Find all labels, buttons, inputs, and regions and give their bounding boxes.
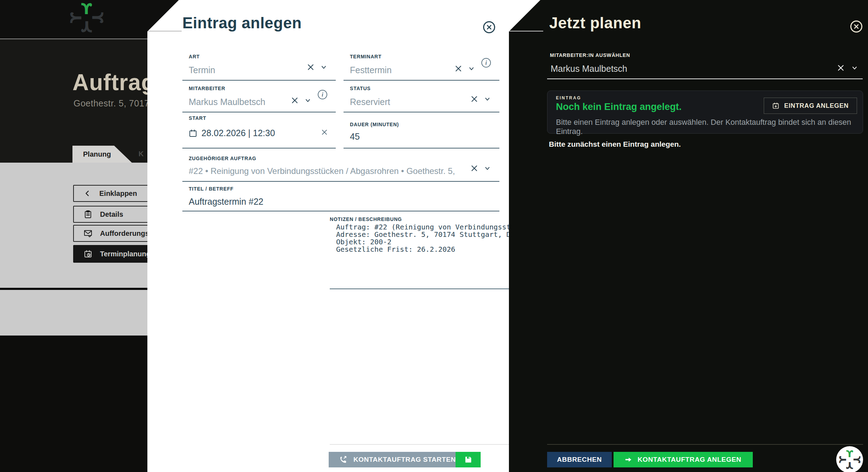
phone-outgoing-icon <box>339 455 348 464</box>
entry-card-headline: Noch kein Eintrag angelegt. <box>556 101 682 112</box>
create-contact-order-button[interactable]: KONTAKTAUFTRAG ANLEGEN <box>614 452 753 467</box>
field-mitarbeiter-value[interactable]: Markus Maulbetsch <box>189 97 265 107</box>
field-titel[interactable]: TITEL / BETREFF Auftragstermin #22 <box>182 186 499 211</box>
create-contact-order-label: KONTAKTAUFTRAG ANLEGEN <box>638 456 741 464</box>
chevron-down-icon[interactable] <box>484 165 491 172</box>
info-icon[interactable]: i <box>481 58 491 68</box>
field-art[interactable]: ART Termin <box>182 54 336 82</box>
envelope-check-icon <box>84 229 92 238</box>
sidebar-item-label: Details <box>100 210 123 218</box>
cancel-label: ABBRECHEN <box>557 456 602 464</box>
save-icon <box>464 456 472 464</box>
calendar-icon <box>189 129 197 138</box>
clear-icon[interactable] <box>471 165 477 171</box>
field-start[interactable]: START 28.02.2026 | 12:30 <box>182 115 336 148</box>
arrow-right-icon <box>625 456 632 463</box>
clear-icon[interactable] <box>471 96 477 102</box>
save-button[interactable] <box>456 452 481 467</box>
field-mitarbeiter[interactable]: MITARBEITER Markus Maulbetsch i <box>182 86 336 114</box>
field-underline <box>547 78 863 79</box>
entry-dialog: Eintrag anlegen ART Termin TERMINART Fes… <box>147 0 541 472</box>
calendar-clock-icon <box>84 250 92 258</box>
sidebar-item-label: Terminplanung <box>100 250 151 258</box>
field-dauer-label: DAUER (MINUTEN) <box>344 122 499 127</box>
field-mitarbeiter-label: MITARBEITER <box>182 86 336 91</box>
chevron-down-icon[interactable] <box>851 64 858 71</box>
footer-divider <box>547 444 863 445</box>
entry-card-label: EINTRAG <box>556 95 581 100</box>
field-art-label: ART <box>182 54 336 59</box>
entry-card-description: Bitte einen Eintrag anlegen oder auswähl… <box>556 118 863 136</box>
field-status-label: STATUS <box>344 86 499 91</box>
field-titel-value[interactable]: Auftragstermin #22 <box>189 197 263 207</box>
field-notizen-label: NOTIZEN / BESCHREIBUNG <box>330 216 402 222</box>
plan-dialog: Jetzt planen MITARBEITER:IN AUSWÄHLEN Ma… <box>509 0 868 472</box>
sidebar-item-label: Einklappen <box>99 190 137 198</box>
info-icon[interactable]: i <box>318 90 327 99</box>
clear-icon[interactable] <box>322 129 327 135</box>
plan-dialog-title: Jetzt planen <box>549 14 641 32</box>
page-title: Auftrag <box>72 69 156 95</box>
panel-corner-accent <box>509 31 543 31</box>
employee-select-value[interactable]: Markus Maulbetsch <box>551 64 627 74</box>
tab-partial[interactable]: K <box>139 150 143 158</box>
calendar-plus-icon <box>772 102 779 109</box>
clipboard-icon <box>84 210 92 218</box>
field-start-value[interactable]: 28.02.2026 | 12:30 <box>201 128 275 138</box>
panel-corner-accent <box>147 31 182 31</box>
close-icon[interactable] <box>483 21 495 33</box>
field-art-value[interactable]: Termin <box>189 65 215 75</box>
clover-logo-icon: ϒ ϒ ϒ ϒ <box>72 3 101 33</box>
field-titel-label: TITEL / BETREFF <box>182 186 499 192</box>
field-dauer[interactable]: DAUER (MINUTEN) 45 <box>344 122 499 148</box>
cancel-button[interactable]: ABBRECHEN <box>547 452 612 467</box>
start-contact-order-button[interactable]: KONTAKTAUFTRAG STARTEN <box>329 452 467 467</box>
close-icon[interactable] <box>850 21 862 33</box>
clover-logo-icon: ϒ ϒ ϒ ϒ <box>840 450 860 470</box>
chevron-down-icon[interactable] <box>320 64 327 71</box>
start-contact-order-label: KONTAKTAUFTRAG STARTEN <box>353 456 456 464</box>
chevron-left-icon <box>84 190 92 197</box>
field-terminart-value[interactable]: Festtermin <box>350 65 392 75</box>
field-status-value[interactable]: Reserviert <box>350 97 390 107</box>
field-auftrag-label: ZUGEHÖRIGER AUFTRAG <box>182 156 499 161</box>
field-start-label: START <box>182 115 336 121</box>
field-dauer-value[interactable]: 45 <box>350 132 360 142</box>
clear-icon[interactable] <box>307 64 314 70</box>
field-auftrag[interactable]: ZUGEHÖRIGER AUFTRAG #22 • Reinigung von … <box>182 156 499 181</box>
entry-dialog-title: Eintrag anlegen <box>182 14 302 32</box>
field-terminart[interactable]: TERMINART Festtermin i <box>344 54 499 82</box>
create-entry-button[interactable]: EINTRAG ANLEGEN <box>764 98 857 114</box>
brand-badge[interactable]: ϒ ϒ ϒ ϒ <box>836 446 863 472</box>
clear-icon[interactable] <box>838 65 844 71</box>
clear-icon[interactable] <box>292 97 298 104</box>
entry-status-card: EINTRAG Noch kein Eintrag angelegt. EINT… <box>547 91 863 134</box>
field-terminart-label: TERMINART <box>344 54 499 59</box>
app-window: ϒ ϒ ϒ ϒ Auftrag Goethestr. 5, 70174 Stu … <box>0 0 868 472</box>
create-entry-label: EINTRAG ANLEGEN <box>784 102 849 110</box>
plan-hint-text: Bitte zunächst einen Eintrag anlegen. <box>549 140 681 148</box>
field-auftrag-value[interactable]: #22 • Reinigung von Verbindungsstücken /… <box>189 166 457 176</box>
chevron-down-icon[interactable] <box>304 97 311 104</box>
clear-icon[interactable] <box>455 65 462 72</box>
chevron-down-icon[interactable] <box>468 65 475 72</box>
field-status[interactable]: STATUS Reserviert <box>344 86 499 114</box>
employee-select-label: MITARBEITER:IN AUSWÄHLEN <box>550 52 630 58</box>
chevron-down-icon[interactable] <box>484 95 491 103</box>
tab-planung-label: Planung <box>83 150 111 158</box>
